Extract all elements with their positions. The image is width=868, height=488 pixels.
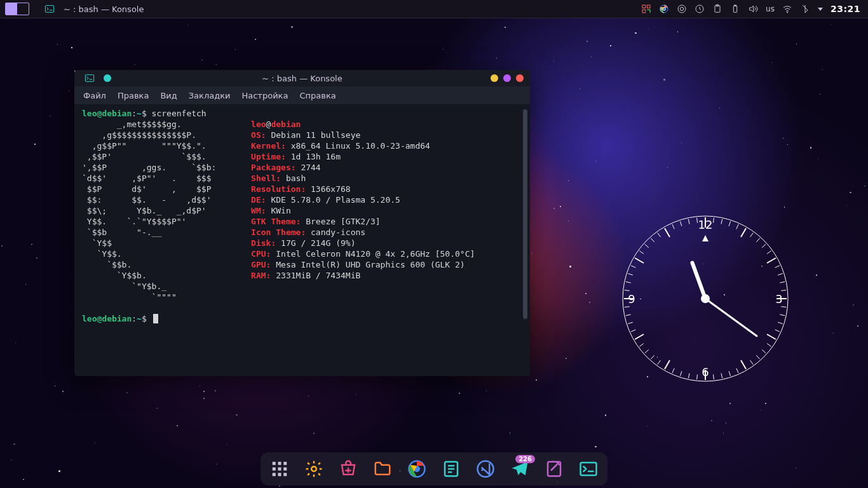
menu-settings[interactable]: Настройка — [241, 91, 288, 100]
keyboard-layout-indicator[interactable]: us — [766, 4, 775, 13]
svg-rect-82 — [278, 473, 281, 476]
svg-line-43 — [721, 373, 722, 378]
svg-line-40 — [741, 360, 746, 369]
taskbar-entry-konsole[interactable]: ~ : bash — Konsole — [34, 0, 150, 18]
menu-edit[interactable]: Правка — [118, 91, 149, 100]
svg-line-33 — [778, 322, 783, 323]
svg-line-21 — [750, 233, 754, 236]
dock-settings[interactable] — [304, 459, 324, 479]
dock-telegram-badge: 226 — [515, 455, 535, 463]
clock-numeral-3: 3 — [775, 292, 782, 306]
svg-line-36 — [767, 344, 771, 347]
svg-rect-10 — [733, 6, 736, 12]
svg-line-62 — [626, 281, 631, 283]
clock-minute-hand — [705, 299, 757, 336]
svg-line-16 — [714, 218, 714, 223]
svg-line-55 — [635, 334, 644, 339]
svg-rect-76 — [278, 462, 281, 465]
dock-notes[interactable] — [544, 459, 564, 479]
dock-text-editor[interactable] — [441, 459, 461, 479]
volume-tray-icon[interactable] — [748, 4, 758, 14]
svg-line-52 — [651, 355, 654, 359]
menu-file[interactable]: Файл — [83, 91, 106, 100]
update-tray-icon[interactable] — [677, 4, 687, 14]
svg-line-47 — [688, 373, 689, 378]
svg-point-88 — [478, 461, 494, 477]
menu-bookmarks[interactable]: Закладки — [189, 91, 231, 100]
svg-line-50 — [665, 360, 670, 369]
screenshot-tool-icon[interactable] — [641, 4, 651, 14]
svg-line-41 — [736, 369, 738, 373]
svg-rect-83 — [283, 473, 287, 476]
clock-hour-hand — [692, 263, 705, 299]
svg-line-27 — [778, 273, 783, 274]
dock-telegram[interactable]: 226 — [510, 459, 530, 479]
bluetooth-tray-icon[interactable] — [800, 4, 810, 14]
minimize-button[interactable] — [491, 74, 498, 82]
svg-line-66 — [639, 251, 643, 254]
panel-clock[interactable]: 23:21 — [831, 4, 860, 14]
svg-rect-13 — [85, 75, 93, 82]
svg-line-57 — [628, 322, 633, 323]
window-titlebar[interactable]: ~ : bash — Konsole — [74, 70, 530, 86]
svg-line-20 — [741, 228, 746, 237]
menu-view[interactable]: Вид — [160, 91, 177, 100]
chrome-tray-icon[interactable] — [659, 4, 669, 14]
svg-line-28 — [780, 281, 785, 283]
svg-rect-81 — [273, 473, 276, 476]
svg-line-65 — [635, 258, 644, 263]
clock-center — [701, 294, 710, 303]
svg-line-32 — [780, 315, 785, 316]
svg-line-54 — [639, 344, 643, 347]
dock-file-manager[interactable] — [372, 459, 393, 479]
svg-line-70 — [665, 228, 670, 237]
menu-help[interactable]: Справка — [299, 91, 336, 100]
new-tab-button[interactable] — [104, 74, 111, 82]
analog-clock-widget[interactable]: 12 3 6 9 — [616, 210, 794, 388]
svg-line-34 — [775, 330, 780, 332]
dock-app-launcher[interactable] — [269, 459, 290, 479]
konsole-icon — [44, 4, 55, 14]
svg-line-61 — [625, 290, 630, 291]
keyboard-tray-icon[interactable] — [695, 4, 705, 14]
battery-tray-icon[interactable] — [730, 4, 740, 14]
terminal-viewport[interactable]: leo@debian:~$ screenfetch _,met$$$$$gg. … — [74, 104, 530, 376]
konsole-titlebar-icon — [85, 73, 95, 83]
maximize-button[interactable] — [503, 74, 511, 82]
svg-line-29 — [781, 290, 786, 291]
wifi-tray-icon[interactable] — [782, 4, 792, 14]
svg-line-23 — [762, 244, 766, 247]
svg-line-31 — [781, 307, 786, 308]
svg-line-22 — [756, 238, 759, 242]
dock-konsole[interactable] — [578, 459, 599, 479]
scrollbar-thumb[interactable] — [523, 109, 527, 319]
svg-line-74 — [697, 218, 698, 223]
svg-line-68 — [651, 238, 654, 242]
konsole-window[interactable]: ~ : bash — Konsole Файл Правка Вид Закла… — [74, 70, 530, 376]
svg-rect-79 — [278, 468, 281, 471]
svg-line-46 — [697, 374, 698, 379]
window-title: ~ : bash — Konsole — [74, 74, 530, 83]
svg-rect-90 — [581, 463, 597, 475]
svg-line-59 — [625, 307, 630, 308]
svg-line-18 — [729, 221, 730, 226]
svg-line-42 — [729, 371, 730, 376]
svg-line-24 — [767, 251, 771, 254]
dock-software-center[interactable] — [338, 459, 358, 479]
window-menubar: Файл Правка Вид Закладки Настройка Справ… — [74, 86, 530, 104]
svg-line-73 — [688, 219, 689, 224]
svg-line-56 — [631, 330, 635, 332]
clock-numeral-12: 12 — [698, 218, 713, 231]
svg-line-63 — [628, 273, 633, 274]
svg-line-39 — [750, 360, 754, 364]
virtual-desktop-pager[interactable] — [5, 3, 29, 15]
svg-line-49 — [672, 369, 674, 373]
svg-line-44 — [714, 374, 714, 379]
svg-line-71 — [672, 224, 674, 229]
dock-chrome[interactable] — [407, 459, 427, 479]
clock-12-marker — [702, 235, 709, 241]
tray-expand-icon[interactable] — [818, 8, 823, 11]
clipboard-tray-icon[interactable] — [712, 4, 722, 14]
dock-vscode[interactable] — [475, 459, 496, 479]
close-button[interactable] — [516, 74, 524, 82]
